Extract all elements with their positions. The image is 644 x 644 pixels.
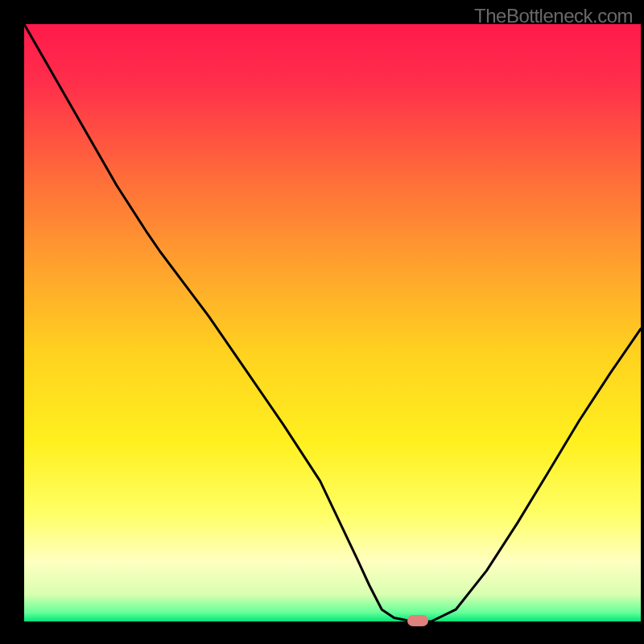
bottleneck-chart (0, 0, 644, 644)
watermark-text: TheBottleneck.com (474, 5, 633, 27)
optimal-point-marker (407, 615, 428, 626)
plot-background (24, 24, 641, 621)
chart-container: TheBottleneck.com (0, 0, 644, 644)
